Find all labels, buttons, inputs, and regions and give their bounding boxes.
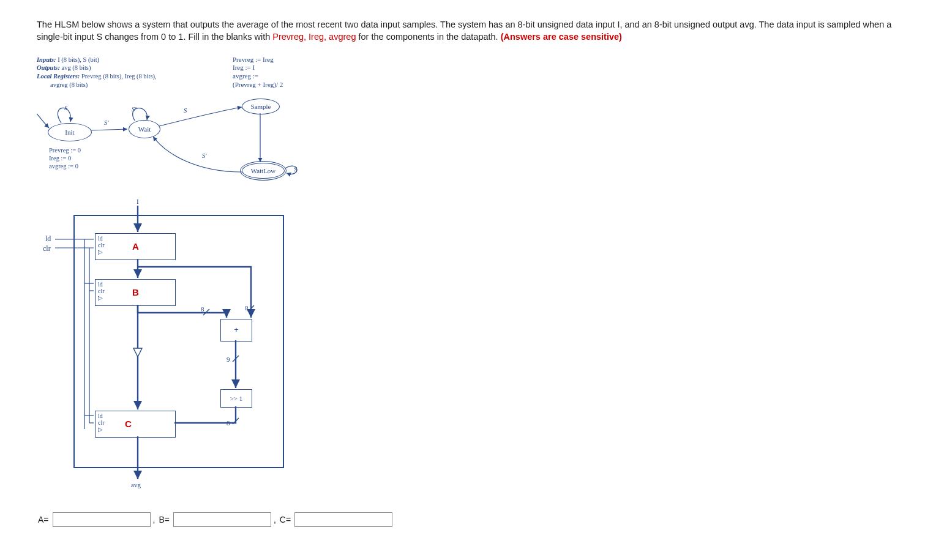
answer-a-input[interactable]	[53, 512, 151, 527]
answer-c-input[interactable]	[294, 512, 392, 527]
answer-row: A= , B= , C=	[37, 512, 907, 527]
answer-b-label: B=	[159, 515, 170, 525]
answer-c-label: C=	[280, 515, 291, 525]
trans-waitlow-self: S	[294, 166, 297, 173]
ext-ld-label: ld	[45, 234, 51, 244]
register-c-letter: C	[125, 419, 132, 429]
diagram-area: Inputs: I (8 bits), S (bit) Outputs: avg…	[37, 56, 465, 509]
bus-width-8a: 8	[201, 305, 204, 313]
question-part2: for the components in the datapath.	[359, 32, 501, 42]
init-actions: Prevreg := 0 Ireg := 0 avgreg := 0	[49, 146, 81, 170]
bus-width-9: 9	[227, 356, 230, 363]
bus-width-8b: 8	[245, 304, 249, 312]
signal-i-label: I	[137, 198, 139, 205]
question-keywords: Prevreg, Ireg, avgreg	[272, 32, 356, 42]
register-b-letter: B	[132, 287, 139, 297]
trans-wait-self: S'	[132, 106, 137, 113]
sample-actions: Prevreg := Ireg Ireg := I avgreg := (Pre…	[233, 56, 283, 89]
register-b-box: ld clr ▷ B	[95, 279, 176, 306]
register-a-letter: A	[132, 241, 139, 252]
state-wait: Wait	[129, 120, 160, 138]
register-a-box: ld clr ▷ A	[95, 233, 176, 260]
register-c-box: ld clr ▷ C	[95, 411, 176, 438]
answer-a-label: A=	[38, 515, 49, 525]
separator-2: ,	[274, 515, 276, 525]
state-init: Init	[48, 123, 92, 141]
ext-clr-label: clr	[43, 244, 51, 253]
trans-init-self: S	[64, 105, 67, 111]
question-text: The HLSM below shows a system that outpu…	[37, 18, 894, 43]
answer-b-input[interactable]	[173, 512, 271, 527]
adder-box: +	[220, 319, 252, 342]
state-waitlow: WaitLow	[242, 163, 285, 179]
signal-avg-label: avg	[131, 481, 141, 488]
trans-waitlow-wait: S'	[202, 152, 207, 159]
trans-wait-sample: S	[184, 107, 187, 114]
separator-1: ,	[153, 515, 155, 525]
trans-init-wait: S'	[104, 119, 109, 126]
state-sample: Sample	[242, 99, 280, 114]
shifter-box: >> 1	[220, 389, 252, 408]
declarations-block: Inputs: I (8 bits), S (bit) Outputs: avg…	[37, 56, 157, 89]
question-case-note: (Answers are case sensitive)	[501, 32, 622, 42]
bus-width-8c: 8	[227, 419, 230, 427]
